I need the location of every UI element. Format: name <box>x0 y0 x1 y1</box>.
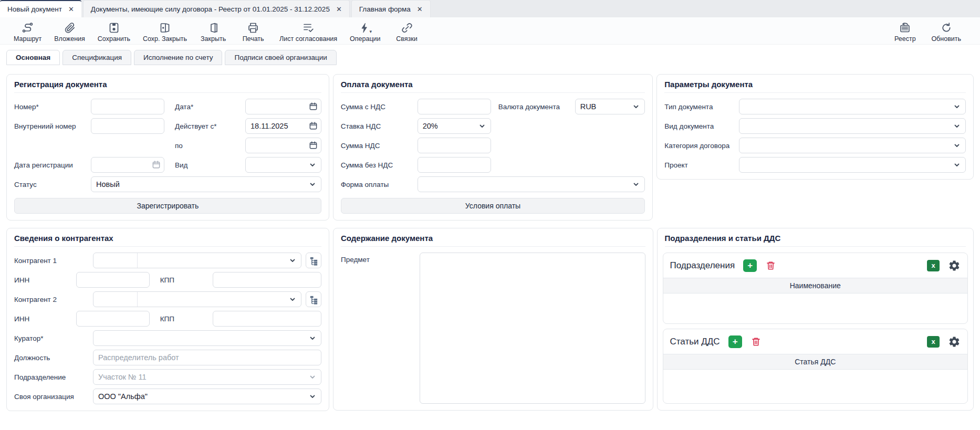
add-row-button[interactable]: + <box>743 259 757 272</box>
department-select[interactable]: Участок № 11 <box>93 369 321 385</box>
parameters-panel: Параметры документа Тип документа Вид до… <box>656 74 974 180</box>
toolbar-right-group: Реестр Обновить <box>891 20 961 43</box>
combo-code-segment[interactable] <box>93 292 138 307</box>
inn2-input[interactable] <box>76 311 150 327</box>
toolbar-button-print[interactable]: Печать <box>239 20 267 43</box>
toolbar-button-save-close[interactable]: Сохр. Закрыть <box>143 20 187 43</box>
registry-icon <box>899 20 911 34</box>
combo-code-segment[interactable] <box>93 253 138 268</box>
tab-main[interactable]: Основная <box>6 50 60 65</box>
column-header[interactable]: Статья ДДС <box>663 354 968 370</box>
refresh-icon <box>940 20 953 34</box>
currency-select[interactable]: RUB <box>575 99 645 114</box>
status-select[interactable]: Новый <box>91 176 321 192</box>
kpp2-input[interactable] <box>213 311 321 327</box>
kind-select[interactable] <box>245 157 321 173</box>
select-value: RUB <box>580 102 597 111</box>
internal-number-input[interactable] <box>91 118 164 134</box>
subject-label: Предмет <box>341 256 420 264</box>
dds-articles-title: Статьи ДДС <box>670 337 720 347</box>
vat-rate-label: Ставка НДС <box>341 122 418 130</box>
toolbar-label: Лист согласования <box>279 35 337 43</box>
counterparty2-tree-button[interactable] <box>306 291 321 307</box>
export-excel-button[interactable]: x <box>927 336 940 348</box>
add-row-button[interactable]: + <box>728 335 742 348</box>
delete-row-button[interactable] <box>765 260 776 271</box>
toolbar-label: Реестр <box>894 35 916 43</box>
close-icon[interactable]: ✕ <box>68 5 74 13</box>
date-field[interactable] <box>245 99 321 114</box>
toolbar-button-save[interactable]: Сохранить <box>98 20 130 43</box>
tab-new-document[interactable]: Новый документ ✕ <box>0 0 81 17</box>
payment-terms-button[interactable]: Условия оплаты <box>341 198 645 214</box>
project-select[interactable] <box>739 157 966 173</box>
export-excel-button[interactable]: x <box>927 260 940 271</box>
divisions-grid: Подразделения + x Наименов <box>663 253 968 324</box>
toolbar-button-approval-sheet[interactable]: Лист согласования <box>279 20 337 43</box>
column-header[interactable]: Наименование <box>663 278 968 293</box>
kind-label: Вид <box>175 161 245 169</box>
calendar-icon[interactable] <box>152 160 161 171</box>
grid-settings-button[interactable] <box>948 259 961 272</box>
amount-without-vat-input[interactable] <box>418 157 491 173</box>
toolbar-button-close[interactable]: Закрыть <box>200 20 227 43</box>
chevron-down-icon[interactable] <box>289 296 296 303</box>
calendar-icon[interactable] <box>309 141 318 152</box>
contract-category-select[interactable] <box>739 138 966 153</box>
panel-title: Содержание документа <box>341 234 645 247</box>
chevron-down-icon[interactable] <box>289 257 296 264</box>
toolbar-button-route[interactable]: Маршрут <box>14 20 41 43</box>
own-org-select[interactable]: ООО "Альфа" <box>93 389 321 404</box>
grid-settings-button[interactable] <box>948 335 961 348</box>
reg-date-field[interactable] <box>91 157 164 173</box>
calendar-icon[interactable] <box>309 121 318 132</box>
close-icon[interactable]: ✕ <box>417 5 423 13</box>
tab-main-form[interactable]: Главная форма ✕ <box>351 0 431 17</box>
grid-empty-area[interactable] <box>663 370 968 403</box>
curator-select[interactable] <box>93 330 321 346</box>
payment-form-select[interactable] <box>418 176 645 192</box>
panel-title: Подразделения и статьи ДДС <box>665 234 966 247</box>
toolbar-button-operations[interactable]: ▾ Операции <box>350 20 380 43</box>
valid-from-label: Действует с* <box>175 122 245 130</box>
toolbar-button-links[interactable]: Связки <box>393 20 421 43</box>
counterparty2-combobox[interactable] <box>93 291 301 307</box>
counterparty2-label: Контрагент 2 <box>14 296 93 303</box>
close-icon[interactable]: ✕ <box>336 5 342 13</box>
plus-icon: + <box>733 337 738 346</box>
toolbar-button-registry[interactable]: Реестр <box>891 20 919 43</box>
contract-category-label: Категория договора <box>664 142 739 150</box>
valid-to-field[interactable] <box>245 138 321 153</box>
toolbar-left-group: Маршрут Вложения Сохранить <box>14 20 421 43</box>
tab-documents-registry[interactable]: Документы, имеющие силу договора - Реест… <box>83 0 350 17</box>
amount-with-vat-input[interactable] <box>418 99 491 114</box>
tab-own-org-signatures[interactable]: Подписи своей организации <box>225 50 336 65</box>
chevron-down-icon <box>632 181 640 188</box>
tab-specification[interactable]: Спецификация <box>62 50 131 65</box>
valid-from-field[interactable] <box>245 118 321 134</box>
counterparty1-tree-button[interactable] <box>306 253 321 268</box>
counterparty1-combobox[interactable] <box>93 253 301 268</box>
subject-textarea[interactable] <box>420 253 645 404</box>
grid-empty-area[interactable] <box>663 293 968 323</box>
vat-amount-input[interactable] <box>418 138 491 153</box>
register-button[interactable]: Зарегистрировать <box>14 198 321 214</box>
tab-invoice-execution[interactable]: Исполнение по счету <box>134 50 222 65</box>
calendar-icon[interactable] <box>309 102 318 113</box>
inn1-input[interactable] <box>76 272 150 288</box>
doc-type-select[interactable] <box>739 99 966 114</box>
number-input[interactable] <box>91 99 164 114</box>
chevron-down-icon <box>953 161 961 169</box>
link-icon <box>401 20 413 34</box>
toolbar-button-attachments[interactable]: Вложения <box>54 20 85 43</box>
kpp1-input[interactable] <box>213 272 321 288</box>
vat-rate-select[interactable]: 20% <box>418 118 491 134</box>
position-input[interactable] <box>93 350 321 365</box>
toolbar-button-refresh[interactable]: Обновить <box>931 20 961 43</box>
payment-panel: Оплата документа Сумма с НДС Валюта доку… <box>333 74 653 221</box>
delete-row-button[interactable] <box>750 336 762 348</box>
route-icon <box>22 20 34 34</box>
select-value: Новый <box>96 180 120 188</box>
doc-kind-select[interactable] <box>739 118 966 134</box>
chevron-down-icon <box>953 142 961 149</box>
